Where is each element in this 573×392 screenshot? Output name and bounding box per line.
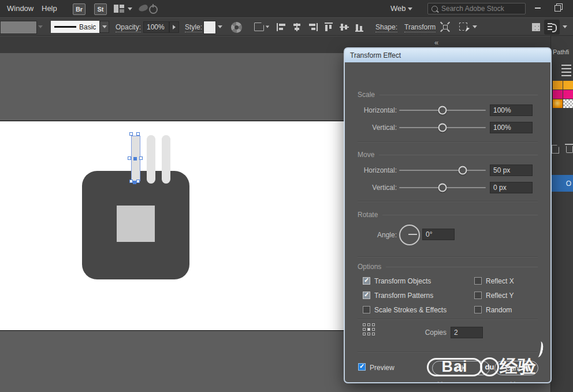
selection-handle[interactable] [133, 181, 136, 184]
collapse-panels-chevron[interactable]: « [434, 38, 438, 47]
slider-knob[interactable] [438, 106, 447, 115]
gradient-swatch[interactable] [553, 99, 563, 108]
chevron-down-icon[interactable] [38, 25, 43, 28]
checkbox-preview[interactable] [358, 363, 366, 371]
tab-pathfinder[interactable]: Pathfi [553, 48, 569, 55]
panel-menu-icon[interactable] [561, 65, 571, 79]
checkbox-random[interactable] [474, 306, 482, 313]
align-vertical-center-icon[interactable] [340, 23, 349, 32]
new-swatch-icon[interactable] [552, 145, 559, 154]
restore-button[interactable] [550, 2, 565, 14]
slider-knob[interactable] [458, 166, 467, 175]
search-box[interactable] [427, 3, 526, 14]
selection-handle[interactable] [128, 156, 131, 160]
angle-dial[interactable] [399, 225, 420, 245]
free-transform-icon[interactable] [440, 22, 450, 32]
menu-help[interactable]: Help [38, 0, 61, 17]
shape-label[interactable]: Shape: [375, 23, 397, 32]
dialog-content: Scale Horizontal: 100% Vertical: 100% Mo… [345, 62, 550, 382]
chevron-down-icon[interactable] [218, 25, 222, 28]
checkbox-label: Reflect Y [486, 292, 514, 300]
share-icon[interactable] [138, 4, 148, 12]
move-vertical-field[interactable]: 0 px [490, 182, 533, 193]
appearance-selected-row[interactable]: O [551, 175, 573, 192]
selection-handle[interactable] [139, 156, 143, 160]
artwork-bar[interactable] [147, 135, 155, 184]
workspace-switcher[interactable]: Web [387, 0, 410, 17]
scale-vertical-slider[interactable] [399, 127, 486, 128]
copies-field[interactable]: 2 [451, 327, 483, 338]
artwork-bar[interactable] [162, 135, 170, 184]
scale-horizontal-slider[interactable] [399, 110, 486, 111]
selection-handle[interactable] [133, 157, 137, 160]
trash-icon[interactable] [566, 146, 573, 153]
arrange-documents-icon[interactable] [114, 5, 124, 13]
dialog-title-bar[interactable]: Transform Effect [345, 48, 550, 62]
select-similar-icon[interactable] [459, 23, 467, 31]
checkbox-label: Transform Patterns [374, 292, 433, 300]
document-setup-icon[interactable] [254, 23, 264, 31]
chevron-down-icon[interactable] [563, 25, 567, 28]
align-horizontal-center-icon[interactable] [292, 23, 302, 32]
workspace-panel-button[interactable] [544, 20, 560, 35]
stroke-style-chevron-button[interactable] [99, 21, 109, 33]
minimize-button[interactable] [530, 2, 545, 14]
bridge-icon[interactable]: Br [73, 3, 85, 15]
scale-vertical-label: Vertical: [358, 124, 397, 132]
separator [358, 319, 538, 320]
chevron-down-icon[interactable] [266, 26, 269, 28]
move-horizontal-field[interactable]: 50 px [490, 165, 533, 176]
chevron-down-icon [102, 25, 107, 28]
fill-style-dropdown[interactable] [0, 21, 37, 34]
selection-handle[interactable] [129, 132, 133, 136]
angle-field[interactable]: 0° [422, 229, 455, 240]
checkbox-reflect-x[interactable] [474, 277, 482, 285]
swatch[interactable] [563, 81, 573, 89]
move-horizontal-slider[interactable] [399, 170, 486, 171]
selection-handle[interactable] [136, 180, 140, 183]
cancel-button[interactable]: Cancel [494, 361, 538, 375]
align-bottom-icon[interactable] [355, 23, 364, 32]
selection-handle[interactable] [136, 132, 140, 136]
align-top-icon[interactable] [324, 23, 334, 32]
pattern-swatch[interactable] [563, 99, 573, 108]
swatch[interactable] [563, 90, 573, 99]
search-icon [431, 6, 438, 12]
opacity-expand-button[interactable] [169, 21, 179, 33]
artwork-inner-square[interactable] [117, 206, 155, 242]
chevron-down-icon[interactable] [472, 25, 477, 28]
reference-point-locator[interactable] [363, 323, 375, 336]
scale-horizontal-field[interactable]: 100% [490, 104, 533, 116]
menubar: Window Help Br St Web [0, 0, 573, 18]
move-vertical-slider[interactable] [399, 187, 486, 188]
opacity-label[interactable]: Opacity: [116, 23, 141, 32]
checkbox-scale-strokes[interactable] [363, 306, 370, 313]
scale-vertical-row: Vertical: 100% [358, 122, 533, 133]
angle-label: Angle: [358, 231, 397, 239]
swatch[interactable] [553, 90, 563, 99]
stock-icon[interactable]: St [94, 3, 107, 15]
recolor-artwork-icon[interactable] [231, 22, 242, 33]
swatch[interactable] [553, 81, 563, 89]
scale-vertical-field[interactable]: 100% [490, 122, 533, 133]
checkbox-transform-objects[interactable] [363, 277, 370, 285]
align-right-icon[interactable] [308, 23, 318, 32]
graphic-style-swatch[interactable] [203, 21, 216, 34]
slider-knob[interactable] [438, 124, 447, 132]
arrange-grid-icon[interactable] [532, 23, 540, 31]
menu-window[interactable]: Window [3, 0, 37, 17]
style-label[interactable]: Style: [185, 23, 202, 32]
stroke-style-dropdown[interactable]: Basic [51, 21, 99, 33]
slider-knob[interactable] [438, 184, 447, 192]
power-icon[interactable] [149, 5, 158, 14]
search-input[interactable] [440, 4, 512, 13]
opacity-value-field[interactable]: 100% [143, 21, 169, 33]
chevron-down-icon[interactable] [408, 8, 412, 10]
align-left-icon[interactable] [277, 23, 286, 32]
checkbox-reflect-y[interactable] [474, 292, 482, 299]
chevron-down-icon[interactable] [128, 8, 132, 10]
ok-button[interactable]: OK [432, 361, 490, 375]
checkbox-label: Scale Strokes & Effects [374, 306, 447, 314]
checkbox-transform-patterns[interactable] [363, 292, 370, 299]
transform-link[interactable]: Transform [404, 23, 436, 32]
